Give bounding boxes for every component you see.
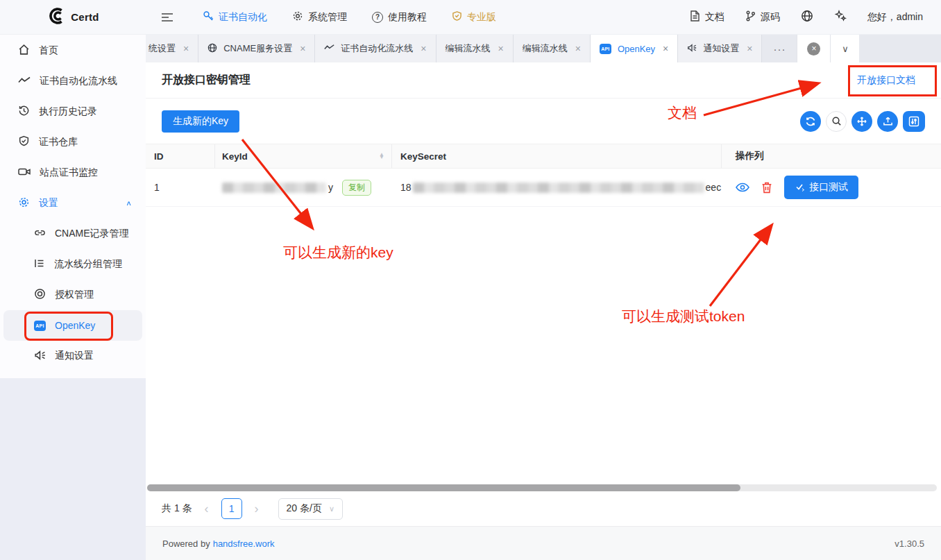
- col-keysecret: KeySecret: [392, 144, 722, 168]
- language-globe-icon[interactable]: [801, 10, 813, 25]
- page-number-button[interactable]: 1: [221, 498, 242, 519]
- close-icon[interactable]: ×: [300, 44, 305, 53]
- column-settings-button[interactable]: [903, 111, 925, 132]
- sidebar-item-notify-settings[interactable]: 通知设置: [0, 341, 146, 371]
- tab-notify-settings[interactable]: 通知设置 ×: [678, 35, 762, 62]
- horizontal-scrollbar-track[interactable]: [147, 484, 937, 491]
- cell-keyid: y 复制: [215, 180, 392, 196]
- gear-icon: [292, 10, 303, 24]
- api-test-label: 接口测试: [809, 181, 848, 194]
- handsfree-link[interactable]: handsfree.work: [213, 538, 275, 549]
- main-content: 开放接口密钥管理 开放接口文档 生成新的Key: [146, 62, 941, 560]
- sidebar-item-cname-records[interactable]: CNAME记录管理: [0, 219, 146, 249]
- tab-settings-truncated[interactable]: 统设置 ×: [146, 35, 198, 62]
- megaphone-icon: [687, 43, 697, 55]
- sidebar-item-label: 证书仓库: [39, 136, 78, 149]
- close-icon[interactable]: ×: [663, 44, 668, 53]
- copy-button[interactable]: 复制: [342, 180, 371, 196]
- nav-pro-version[interactable]: 专业版: [452, 10, 496, 24]
- sort-icons[interactable]: ▲ ▼: [379, 153, 384, 160]
- key-icon: [203, 10, 214, 24]
- cell-operations: 接口测试: [722, 176, 941, 199]
- tab-edit-pipeline-2[interactable]: 编辑流水线 ×: [514, 35, 591, 62]
- horizontal-scrollbar-thumb[interactable]: [147, 484, 740, 491]
- sidebar-item-auth-manage[interactable]: 授权管理: [0, 280, 146, 310]
- export-button[interactable]: [877, 111, 898, 132]
- sidebar-item-openkey[interactable]: API OpenKey: [3, 310, 142, 341]
- search-button[interactable]: [826, 111, 847, 132]
- secret-suffix: eec: [706, 182, 722, 193]
- close-icon[interactable]: ×: [575, 44, 581, 53]
- tab-dropdown-button[interactable]: ∨: [830, 35, 859, 62]
- nav-system-manage[interactable]: 系统管理: [292, 10, 347, 24]
- table-row: 1 y 复制 18 eec: [146, 169, 941, 207]
- sidebar-item-site-monitor[interactable]: 站点证书监控: [0, 158, 146, 188]
- page-size-select[interactable]: 20 条/页 ∨: [278, 498, 343, 520]
- tab-close-all-button[interactable]: ×: [797, 35, 830, 62]
- page-size-value: 20 条/页: [287, 502, 322, 515]
- tab-cert-pipelines[interactable]: 证书自动化流水线 ×: [315, 35, 436, 62]
- generate-key-button[interactable]: 生成新的Key: [162, 110, 239, 133]
- sidebar-item-home[interactable]: 首页: [0, 35, 146, 66]
- nav-label: 系统管理: [308, 11, 347, 24]
- close-icon[interactable]: ×: [183, 44, 189, 53]
- open-api-doc-link[interactable]: 开放接口文档: [857, 74, 915, 87]
- sidebar-item-label: 证书自动化流水线: [40, 75, 117, 87]
- powered-by-text: Powered by: [162, 538, 210, 549]
- git-branch-icon: [745, 10, 756, 24]
- sidebar: 首页 证书自动化流水线 执行历史记录: [0, 35, 146, 560]
- col-keyid[interactable]: KeyId ▲ ▼: [215, 144, 392, 168]
- next-page-button[interactable]: ›: [252, 502, 262, 516]
- sidebar-item-pipeline-groups[interactable]: 流水线分组管理: [0, 249, 146, 280]
- delete-trash-icon[interactable]: [761, 182, 772, 194]
- refresh-button[interactable]: [800, 111, 821, 132]
- close-icon[interactable]: ×: [747, 44, 752, 53]
- target-circles-icon: [34, 288, 46, 302]
- pipeline-chart-icon: [18, 75, 31, 88]
- sidebar-item-history[interactable]: 执行历史记录: [0, 96, 146, 127]
- sidebar-item-pipelines[interactable]: 证书自动化流水线: [0, 66, 146, 96]
- brand-name: Certd: [71, 11, 99, 23]
- question-circle-icon: ?: [372, 12, 383, 23]
- brand-logo[interactable]: Certd: [0, 7, 146, 28]
- sidebar-item-label: 授权管理: [55, 289, 94, 301]
- close-icon[interactable]: ×: [498, 44, 504, 53]
- sort-down-icon: ▼: [379, 156, 384, 159]
- view-eye-icon[interactable]: [736, 182, 749, 193]
- sidebar-item-cert-repo[interactable]: 证书仓库: [0, 127, 146, 158]
- theme-sparkle-icon[interactable]: [834, 10, 847, 25]
- menu-collapse-icon[interactable]: [161, 12, 173, 23]
- nav-label: 使用教程: [388, 11, 427, 24]
- chevron-down-icon: ∨: [329, 504, 334, 514]
- compact-toggle-button[interactable]: [851, 111, 872, 132]
- close-icon[interactable]: ×: [421, 44, 426, 53]
- home-icon: [18, 44, 30, 58]
- close-circle-icon: ×: [807, 42, 820, 56]
- nav-cert-automation[interactable]: 证书自动化: [203, 10, 267, 24]
- version-label: v1.30.5: [895, 538, 924, 549]
- pagination: 共 1 条 ‹ 1 › 20 条/页 ∨: [146, 491, 941, 526]
- sidebar-item-settings[interactable]: 设置 ∧: [0, 188, 146, 219]
- sidebar-item-label: 流水线分组管理: [54, 258, 122, 271]
- tab-openkey[interactable]: API OpenKey ×: [591, 35, 678, 62]
- top-nav: 证书自动化 系统管理 ? 使用教程: [203, 10, 496, 24]
- redacted-keyid: [222, 183, 326, 193]
- tab-edit-pipeline-1[interactable]: 编辑流水线 ×: [436, 35, 514, 62]
- cell-keysecret: 18 eec: [392, 182, 722, 193]
- api-test-button[interactable]: 接口测试: [784, 176, 858, 199]
- tab-more-button[interactable]: ···: [762, 35, 797, 62]
- test-check-icon: [795, 182, 804, 194]
- keyid-suffix: y: [328, 182, 333, 193]
- tab-label: 证书自动化流水线: [341, 42, 413, 55]
- docs-link[interactable]: 文档: [690, 10, 724, 24]
- nav-tutorial[interactable]: ? 使用教程: [372, 11, 427, 24]
- tab-cname-service[interactable]: CNAME服务设置 ×: [198, 35, 315, 62]
- pipeline-chart-icon: [324, 43, 334, 54]
- sidebar-item-label: 站点证书监控: [40, 167, 98, 179]
- source-link[interactable]: 源码: [745, 10, 780, 24]
- prev-page-button[interactable]: ‹: [202, 502, 212, 516]
- link-chain-icon: [34, 228, 46, 240]
- shield-check-icon: [18, 135, 30, 149]
- app-root: Certd 证书自动化 系统: [0, 0, 941, 560]
- user-greeting[interactable]: 您好，admin: [867, 11, 923, 24]
